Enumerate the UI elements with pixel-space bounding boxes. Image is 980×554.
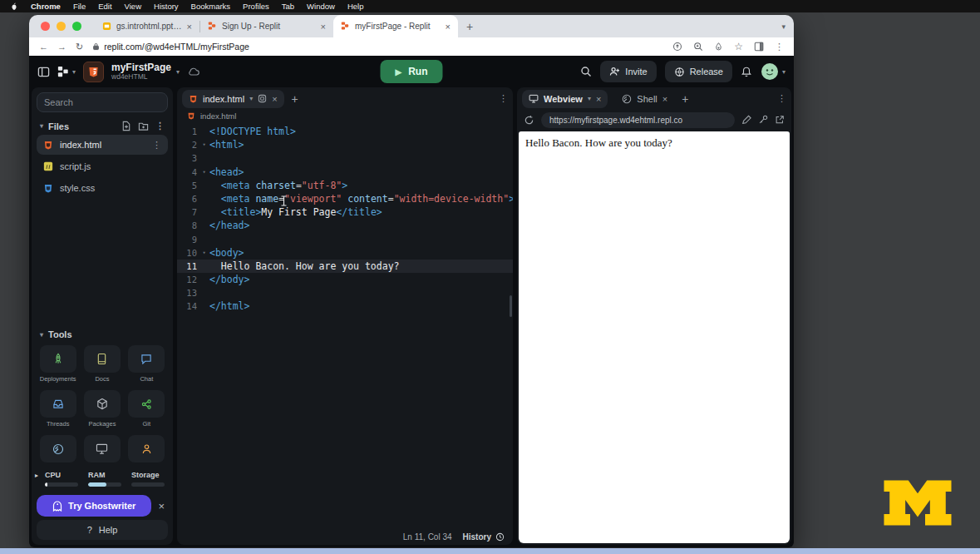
try-ghostwriter-button[interactable]: Try Ghostwriter	[37, 495, 151, 517]
menubar-item-tab[interactable]: Tab	[282, 2, 294, 11]
account-menu[interactable]: ▾	[761, 62, 785, 81]
tool-git[interactable]: Git	[128, 390, 165, 428]
close-tab-icon[interactable]: ×	[187, 22, 192, 32]
bookmark-star-icon[interactable]: ☆	[734, 41, 743, 52]
files-menu-kebab-icon[interactable]: ⋮	[155, 121, 165, 131]
menubar-item-edit[interactable]: Edit	[98, 2, 111, 11]
browser-tab-myfirstpage[interactable]: myFirstPage - Replit ×	[333, 15, 458, 37]
close-tab-icon[interactable]: ×	[596, 94, 601, 104]
tool-account[interactable]	[128, 435, 165, 462]
tool-chat[interactable]: Chat	[128, 345, 165, 383]
tool-threads[interactable]: Threads	[39, 390, 76, 428]
editor-tab-index-html[interactable]: index.html ▾ ×	[182, 90, 284, 108]
code-line[interactable]: 13	[177, 286, 513, 299]
tool-shell[interactable]	[39, 435, 76, 462]
fullscreen-window-button[interactable]	[72, 22, 81, 31]
menubar-item-bookmarks[interactable]: Bookmarks	[191, 2, 231, 11]
close-tab-icon[interactable]: ×	[321, 22, 326, 32]
menubar-item-view[interactable]: View	[125, 2, 141, 11]
close-tab-icon[interactable]: ×	[446, 22, 451, 32]
menubar-item-chrome[interactable]: Chrome	[31, 2, 61, 11]
dismiss-ghostwriter-icon[interactable]: ×	[158, 500, 168, 512]
zoom-icon[interactable]	[693, 42, 703, 52]
tab-search-chevron-icon[interactable]: ▾	[781, 22, 785, 31]
tool-docs[interactable]: Docs	[83, 345, 121, 383]
menubar-item-history[interactable]: History	[154, 2, 179, 11]
address-bar[interactable]: replit.com/@wd4eHTML/myFirstPage	[92, 42, 663, 52]
code-line[interactable]: 10▾<body>	[177, 246, 513, 260]
webview-tab[interactable]: Webview ▾ ×	[522, 90, 608, 108]
file-row-style-css[interactable]: style.css	[37, 178, 168, 198]
webview-content[interactable]: Hello Bacon. How are you today?	[519, 131, 790, 543]
breadcrumb[interactable]: index.html	[177, 110, 513, 122]
code-line[interactable]: 12</body>	[177, 273, 513, 286]
notifications-bell-icon[interactable]	[741, 66, 752, 78]
new-folder-icon[interactable]	[138, 121, 149, 131]
code-line[interactable]: 6 <meta name="viewport" content="width=d…	[177, 192, 513, 205]
open-external-icon[interactable]	[775, 115, 785, 125]
code-line[interactable]: 5 <meta charset="utf-8">	[177, 179, 513, 192]
share-icon[interactable]	[672, 42, 682, 52]
tools-section-header[interactable]: ▾ Tools	[32, 326, 173, 342]
help-button[interactable]: ? Help	[37, 520, 168, 540]
file-row-script-js[interactable]: script.js	[37, 156, 168, 176]
code-line[interactable]: 11 Hello Bacon. How are you today?	[177, 260, 513, 273]
reload-icon[interactable]: ↻	[76, 42, 83, 52]
menubar-item-file[interactable]: File	[73, 2, 86, 11]
editor-scrollbar-thumb[interactable]	[510, 295, 512, 317]
code-line[interactable]: 4▾<head>	[177, 166, 513, 179]
code-editor[interactable]: 1<!DOCTYPE html>2▾<html>34▾<head>5 <meta…	[177, 122, 513, 528]
code-line[interactable]: 2▾<html>	[177, 138, 513, 151]
code-line[interactable]: 7 <title>My First Page</title>	[177, 205, 513, 219]
meters-expander-icon[interactable]: ▸	[35, 472, 38, 479]
minimize-window-button[interactable]	[57, 22, 66, 31]
code-line[interactable]: 9	[177, 233, 513, 246]
tool-deployments[interactable]: Deployments	[39, 345, 76, 383]
history-button[interactable]: History	[463, 532, 505, 542]
shell-tab[interactable]: Shell ×	[615, 90, 674, 108]
replit-header: ▾ myFirstPage wd4eHTML ▾ ▶ Ru	[32, 56, 791, 87]
webview-url-input[interactable]: https://myfirstpage.wd4ehtml.repl.co	[541, 112, 735, 128]
password-icon[interactable]	[714, 42, 723, 52]
tool-packages[interactable]: Packages	[83, 390, 121, 428]
sidebar-toggle-icon[interactable]	[37, 66, 50, 78]
new-file-icon[interactable]	[121, 121, 131, 131]
code-line[interactable]: 3	[177, 151, 513, 165]
close-window-button[interactable]	[41, 22, 50, 31]
new-tab-button[interactable]: +	[466, 20, 473, 33]
apple-icon[interactable]	[10, 2, 18, 11]
menubar-item-profiles[interactable]: Profiles	[243, 2, 269, 11]
browser-tab-signup[interactable]: Sign Up - Replit ×	[200, 15, 333, 37]
invite-button[interactable]: Invite	[600, 61, 656, 82]
side-panel-icon[interactable]	[754, 42, 764, 52]
file-search-box[interactable]	[37, 92, 168, 112]
tool-ssh[interactable]	[83, 435, 121, 462]
back-icon[interactable]: ←	[39, 42, 48, 52]
menubar-item-help[interactable]: Help	[347, 2, 364, 11]
code-line[interactable]: 1<!DOCTYPE html>	[177, 125, 513, 138]
forward-icon[interactable]: →	[57, 42, 66, 52]
browser-tab-slides[interactable]: gs.introhtml.ppt.01.06 - Goog ×	[95, 15, 199, 37]
close-tab-icon[interactable]: ×	[272, 94, 277, 104]
new-editor-tab-button[interactable]: +	[292, 92, 298, 106]
close-tab-icon[interactable]: ×	[662, 94, 667, 104]
webview-menu-kebab-icon[interactable]: ⋮	[777, 93, 786, 104]
search-icon[interactable]	[580, 66, 592, 77]
search-input[interactable]	[44, 97, 160, 107]
menubar-item-window[interactable]: Window	[307, 2, 335, 11]
file-menu-kebab-icon[interactable]: ⋮	[152, 140, 161, 151]
editor-menu-kebab-icon[interactable]: ⋮	[499, 93, 508, 104]
project-switcher[interactable]: myFirstPage wd4eHTML ▾	[111, 62, 180, 82]
files-section-header[interactable]: ▾ Files ⋮	[32, 117, 173, 134]
run-button[interactable]: ▶ Run	[380, 60, 442, 83]
code-line[interactable]: 14</html>	[177, 299, 513, 313]
refresh-icon[interactable]	[524, 115, 534, 126]
release-button[interactable]: Release	[665, 61, 732, 82]
replit-logo-menu[interactable]: ▾	[57, 66, 76, 77]
devtools-key-icon[interactable]	[758, 115, 768, 125]
code-line[interactable]: 8</head>	[177, 219, 513, 232]
browser-menu-kebab-icon[interactable]: ⋮	[775, 42, 784, 52]
new-pane-tab-button[interactable]: +	[682, 92, 688, 106]
file-row-index-html[interactable]: index.html ⋮	[37, 135, 168, 155]
edit-pencil-icon[interactable]	[741, 115, 751, 125]
